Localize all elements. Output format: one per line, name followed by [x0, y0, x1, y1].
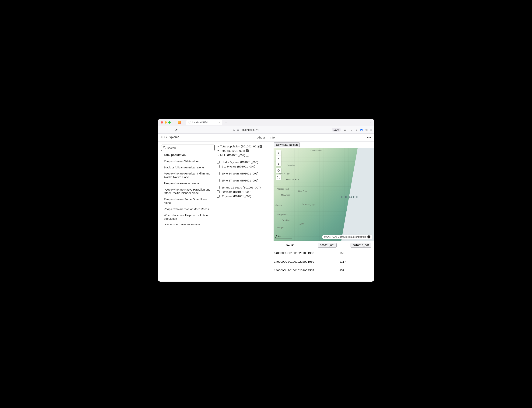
tree-checkbox[interactable]: [217, 190, 220, 193]
address-field[interactable]: ◎ ▭ localhost:5174: [180, 128, 330, 131]
collapse-icon[interactable]: ▼: [217, 154, 220, 156]
traffic-lights: [161, 121, 171, 124]
tree-leaf[interactable]: 15 to 17 years (B01001_006): [217, 178, 274, 183]
forward-button[interactable]: →: [167, 128, 172, 132]
tree-node[interactable]: ▼ Total (B01001_001) ✓: [217, 149, 274, 153]
tree-checkbox[interactable]: ✓: [246, 149, 249, 152]
map-label: Melrose Park: [277, 188, 289, 190]
extension-icon[interactable]: ◩: [360, 128, 363, 132]
collapse-icon[interactable]: ▼: [217, 150, 220, 152]
tree-leaf[interactable]: Under 5 years (B01001_003): [217, 160, 274, 164]
cell-value: 1959: [308, 260, 339, 264]
map-label: Cicero: [310, 204, 316, 206]
firefox-icon: [178, 121, 181, 124]
category-item[interactable]: Black or African American alone: [164, 166, 215, 169]
search-box[interactable]: [161, 144, 215, 151]
pocket-icon[interactable]: ⌵: [351, 128, 353, 132]
browser-tab[interactable]: localhost:5174/ ×: [186, 119, 222, 125]
fullscreen-window-button[interactable]: [168, 121, 171, 124]
extensions-icon[interactable]: ⧉: [365, 128, 368, 132]
cell-geo: 1400000US01001020100: [274, 251, 308, 255]
category-item[interactable]: People who are Asian alone: [164, 182, 215, 185]
tree-checkbox[interactable]: [217, 172, 220, 175]
fullscreen-button[interactable]: ⛶: [276, 174, 281, 180]
category-item[interactable]: White alone, not Hispanic or Latino popu…: [164, 213, 215, 221]
locate-button[interactable]: ◎: [276, 168, 281, 173]
app-brand[interactable]: ACS Explorer: [160, 136, 179, 141]
search-icon: [163, 146, 166, 150]
tree-node-label: Total population (B01001_001): [220, 145, 259, 148]
tree-leaf[interactable]: 10 to 14 years (B01001_005): [217, 171, 274, 176]
variable-tree: ▼ Total population (B01001_001) ✓ ▼ Tota…: [217, 142, 274, 281]
cell-value: 152: [339, 251, 373, 255]
table-row: 1400000US01001020200 1959 1117: [274, 257, 373, 266]
tree-checkbox[interactable]: [246, 154, 249, 156]
close-tab-icon[interactable]: ×: [218, 121, 220, 124]
tree-leaf[interactable]: 20 years (B01001_008): [217, 190, 274, 194]
cell-value: 857: [339, 269, 373, 272]
cell-geo: 1400000US01001020300: [274, 269, 308, 272]
svg-line-1: [165, 148, 165, 149]
category-item[interactable]: Hispanic or Latino population: [164, 223, 215, 225]
nav-about[interactable]: About: [257, 136, 265, 139]
map-attribution: © CARTO, © OpenStreetMap contributors i: [322, 235, 372, 239]
category-item[interactable]: People who are American Indian and Alask…: [164, 172, 215, 179]
app-menu-kebab-icon[interactable]: •••: [367, 136, 372, 139]
tree-checkbox[interactable]: [217, 195, 220, 198]
map-label: Berwyn: [302, 203, 309, 205]
tree-node[interactable]: ▼ Male (B01001_002): [217, 153, 274, 157]
collapse-icon[interactable]: ▼: [217, 145, 220, 148]
tree-checkbox[interactable]: [217, 186, 220, 189]
category-item[interactable]: Total population: [164, 153, 215, 157]
table-header-geo: GeoID: [274, 244, 306, 247]
tree-checkbox[interactable]: [217, 179, 220, 182]
category-item[interactable]: People who are Two or More Races: [164, 207, 215, 211]
tree-leaf-label: 18 and 19 years (B01001_007): [221, 186, 261, 189]
map-canvas[interactable]: + − ▴ ◎ ⛶ CHICAGO Lincolnwood Norridge: [274, 148, 374, 241]
zoom-out-button[interactable]: −: [276, 156, 281, 161]
back-button[interactable]: ←: [160, 128, 165, 132]
tree-checkbox[interactable]: ✓: [260, 145, 262, 148]
category-item[interactable]: People who are White alone: [164, 160, 215, 163]
map-label: Maywood: [281, 194, 290, 196]
table-column-button[interactable]: B01001_001: [318, 243, 337, 247]
zoom-in-button[interactable]: +: [276, 150, 281, 156]
minimize-window-button[interactable]: [165, 121, 167, 124]
reset-bearing-button[interactable]: ▴: [276, 161, 281, 166]
shield-icon: ◎: [233, 128, 236, 131]
table-column-button[interactable]: B01001B_001: [351, 243, 371, 247]
cell-value: 1117: [339, 260, 373, 264]
app-body: Total population People who are White al…: [158, 142, 374, 281]
hamburger-menu-icon[interactable]: ≡: [370, 128, 372, 131]
tree-leaf[interactable]: 18 and 19 years (B01001_007): [217, 185, 274, 190]
zoom-badge[interactable]: 110%: [332, 128, 341, 132]
nav-info[interactable]: Info: [270, 136, 275, 139]
close-window-button[interactable]: [161, 121, 163, 124]
new-tab-button[interactable]: +: [224, 120, 229, 124]
tabs-dropdown-icon[interactable]: ⌄: [369, 121, 371, 124]
map-city-label: CHICAGO: [341, 195, 359, 199]
tree-leaf[interactable]: 5 to 9 years (B01001_004): [217, 164, 274, 169]
cell-geo: 1400000US01001020200: [274, 260, 308, 264]
url-bar: ← → ⟳ ◎ ▭ localhost:5174 110% ☆ ⌵ ⤓ ◩ ⧉ …: [158, 126, 374, 134]
tree-leaf-label: 20 years (B01001_008): [221, 190, 251, 193]
map-label: Grange Park: [276, 213, 287, 216]
tree-leaf-label: 10 to 14 years (B01001_005): [221, 172, 258, 175]
downloads-icon[interactable]: ⤓: [355, 128, 358, 132]
category-item[interactable]: People who are Native Hawaiian and Other…: [164, 188, 215, 195]
tree-node[interactable]: ▼ Total population (B01001_001) ✓: [217, 144, 274, 149]
category-item[interactable]: People who are Some Other Race alone: [164, 198, 215, 205]
table-row: 1400000US01001020100 1993 152: [274, 249, 373, 257]
right-panel: Download Region + − ▴ ◎ ⛶: [274, 142, 374, 281]
tree-checkbox[interactable]: [217, 161, 220, 163]
tree-checkbox[interactable]: [217, 165, 220, 168]
search-input[interactable]: [167, 146, 213, 150]
tree-leaf[interactable]: 21 years (B01001_009): [217, 194, 274, 198]
info-icon[interactable]: i: [367, 235, 371, 238]
reload-button[interactable]: ⟳: [174, 128, 179, 132]
osm-link[interactable]: OpenStreetMap: [338, 236, 354, 238]
bookmark-star-icon[interactable]: ☆: [342, 128, 347, 132]
map-zoom-controls: + − ▴: [276, 150, 281, 166]
svg-point-0: [163, 146, 165, 148]
download-region-button[interactable]: Download Region: [274, 142, 300, 147]
